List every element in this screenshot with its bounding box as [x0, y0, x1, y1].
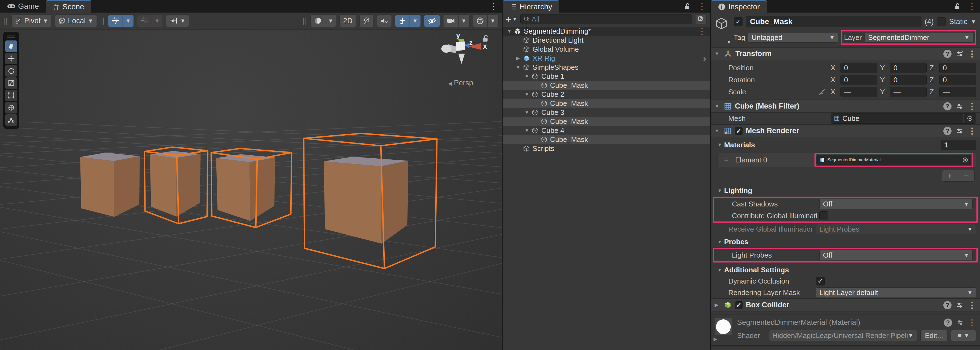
hierarchy-row-cube-mask[interactable]: Cube_Mask [503, 117, 710, 126]
grid-visibility-button[interactable]: Y [108, 14, 123, 27]
hierarchy-row-cube-3[interactable]: ▼Cube 3 [503, 108, 710, 117]
hand-tool-button[interactable] [5, 40, 17, 52]
effects-toggle-button[interactable] [395, 14, 410, 27]
scene-header-kebab-icon[interactable]: ⋮ [698, 27, 706, 36]
foldout-icon[interactable]: ▼ [523, 128, 531, 133]
cube-3-mask[interactable] [216, 154, 275, 221]
rotation-x-field[interactable]: 0 [840, 74, 877, 85]
foldout-icon[interactable]: ▼ [505, 29, 514, 34]
material-presets-icon[interactable] [956, 319, 964, 326]
mesh-filter-help-icon[interactable]: ? [943, 102, 951, 111]
drag-handle-icon[interactable]: = [721, 155, 732, 164]
mesh-object-field[interactable]: Cube [830, 113, 976, 124]
gizmos-caret[interactable]: ▼ [488, 14, 498, 27]
hierarchy-row-cube-mask[interactable]: Cube_Mask [503, 99, 710, 108]
rendering-layer-mask-dropdown[interactable]: Light Layer default▼ [816, 287, 976, 298]
mesh-renderer-presets-icon[interactable] [956, 127, 964, 135]
local-button[interactable]: Local▼ [55, 14, 97, 27]
scene-menu-kebab-icon[interactable]: ⋮ [486, 0, 502, 13]
scale-y-field[interactable]: — [890, 87, 927, 97]
box-collider-header[interactable]: ▶ ✓ Box Collider ? ⋮ [711, 298, 980, 312]
cube-2-mask[interactable] [150, 151, 200, 217]
tag-dropdown[interactable]: Untagged▼ [748, 32, 838, 43]
scale-tool-button[interactable] [5, 78, 17, 89]
hierarchy-row-scripts[interactable]: Scripts [503, 144, 710, 153]
transform-foldout-icon[interactable]: ▼ [714, 51, 721, 57]
tab-scene[interactable]: Scene [46, 0, 91, 13]
shader-list-button[interactable]: ≡▼ [951, 330, 976, 341]
transform-kebab-icon[interactable]: ⋮ [968, 50, 976, 58]
material-help-icon[interactable]: ? [944, 318, 952, 327]
toolbar-grip-2[interactable]: || [100, 17, 105, 25]
foldout-icon[interactable]: ▶ [514, 55, 522, 61]
scene-audio-button[interactable] [377, 14, 392, 27]
mesh-renderer-help-icon[interactable]: ? [943, 127, 951, 135]
hierarchy-row-global-volume[interactable]: Global Volume [503, 45, 710, 54]
pivot-button[interactable]: Pivot▼ [11, 14, 52, 27]
effects-caret[interactable]: ▼ [410, 14, 421, 27]
mesh-filter-foldout-icon[interactable]: ▼ [714, 104, 721, 109]
scale-link-broken-icon[interactable] [818, 88, 826, 96]
scene-lighting-button[interactable] [360, 14, 374, 27]
remove-material-button[interactable]: − [958, 170, 975, 182]
active-checkbox[interactable]: ✓ [734, 17, 743, 26]
mesh-filter-presets-icon[interactable] [956, 103, 964, 110]
mesh-picker-icon[interactable] [963, 114, 976, 124]
mesh-renderer-kebab-icon[interactable]: ⋮ [968, 127, 976, 135]
probes-foldout[interactable]: ▼Probes [711, 235, 980, 247]
rect-tool-button[interactable] [5, 90, 17, 101]
tool-strip-handle[interactable] [7, 36, 15, 38]
hierarchy-row-segmenteddimming-[interactable]: ▼SegmentedDimming*⋮ [503, 27, 710, 36]
lighting-foldout[interactable]: ▼Lighting [711, 184, 980, 196]
hierarchy-row-cube-2[interactable]: ▼Cube 2 [503, 90, 710, 99]
cube-1-mask[interactable] [80, 152, 140, 217]
tab-inspector[interactable]: Inspector [711, 0, 767, 13]
foldout-icon[interactable]: ▼ [523, 74, 531, 79]
inspector-lock-icon[interactable] [950, 0, 964, 13]
snap-increment-button[interactable]: ▼ [166, 14, 189, 27]
material-kebab-icon[interactable]: ⋮ [968, 318, 976, 327]
camera-caret[interactable]: ▼ [458, 14, 469, 27]
scene-visibility-button[interactable] [424, 14, 440, 27]
position-y-field[interactable]: 0 [890, 63, 927, 73]
add-material-button[interactable]: + [942, 170, 958, 182]
hierarchy-row-cube-1[interactable]: ▼Cube 1 [503, 72, 710, 81]
material-picker-icon[interactable] [959, 155, 971, 165]
hierarchy-row-cube-mask[interactable]: Cube_Mask [503, 81, 710, 90]
orientation-gizmo[interactable]: y x z ◀Persp [431, 31, 491, 87]
shading-mode-button[interactable] [310, 14, 325, 27]
hierarchy-row-cube-4[interactable]: ▼Cube 4 [503, 126, 710, 135]
grid-visibility-caret[interactable]: ▼ [123, 14, 134, 27]
scale-z-field[interactable]: — [939, 87, 976, 97]
foldout-icon[interactable]: ▼ [523, 92, 531, 97]
grid-snap-caret[interactable]: ▼ [152, 14, 163, 27]
box-collider-presets-icon[interactable] [956, 301, 964, 309]
toolbar-grip[interactable]: || [3, 17, 8, 25]
box-collider-help-icon[interactable]: ? [943, 301, 951, 309]
gameobject-icon-group[interactable]: ▼ [714, 16, 730, 45]
transform-help-icon[interactable]: ? [943, 50, 951, 58]
dynamic-occlusion-checkbox[interactable]: ✓ [816, 277, 825, 285]
position-x-field[interactable]: 0 [840, 63, 877, 73]
position-z-field[interactable]: 0 [939, 63, 976, 73]
box-collider-kebab-icon[interactable]: ⋮ [968, 301, 976, 309]
rotation-y-field[interactable]: 0 [890, 74, 927, 85]
tab-game[interactable]: Game [0, 0, 46, 13]
hierarchy-row-xr-rig[interactable]: ▶XR Rig› [503, 54, 710, 63]
camera-settings-button[interactable] [443, 14, 458, 27]
prefab-open-chevron-icon[interactable]: › [703, 53, 706, 63]
hierarchy-row-simpleshapes[interactable]: ▼SimpleShapes [503, 63, 710, 72]
gizmos-button[interactable] [473, 14, 488, 27]
scene-viewport[interactable]: y x z ◀Persp [0, 30, 502, 350]
hierarchy-row-cube-mask[interactable]: Cube_Mask [503, 135, 710, 144]
static-caret-icon[interactable]: ▼ [971, 19, 976, 25]
mesh-renderer-enabled-checkbox[interactable]: ✓ [735, 127, 743, 135]
move-tool-button[interactable] [5, 53, 17, 64]
foldout-icon[interactable]: ▼ [514, 65, 522, 70]
material-expander-icon[interactable]: ▶ [714, 336, 718, 342]
name-field[interactable]: Cube_Mask [746, 16, 921, 27]
tab-hierarchy[interactable]: Hierarchy [503, 0, 560, 13]
box-collider-enabled-checkbox[interactable]: ✓ [735, 301, 743, 309]
transform-tool-button[interactable] [5, 102, 17, 114]
foldout-icon[interactable]: ▼ [523, 110, 531, 116]
